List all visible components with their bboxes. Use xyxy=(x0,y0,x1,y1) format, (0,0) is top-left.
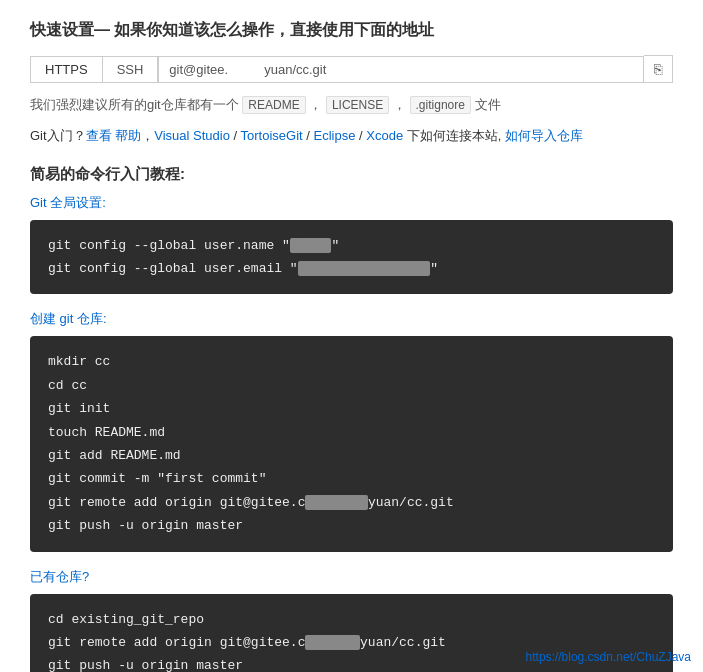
license-tag: LICENSE xyxy=(326,96,389,114)
help-link[interactable]: 查看 帮助 xyxy=(86,128,142,143)
recommendation-text: 我们强烈建议所有的git仓库都有一个 README ， LICENSE ， .g… xyxy=(30,95,673,116)
tutorial-title: 简易的命令行入门教程: xyxy=(30,165,673,184)
username-masked: 用 笔 xyxy=(290,238,332,253)
global-setup-code: git config --global user.name "用 笔" git … xyxy=(30,220,673,295)
quick-setup-title: 快速设置— 如果你知道该怎么操作，直接使用下面的地址 xyxy=(30,20,673,41)
visual-studio-link[interactable]: Visual Studio xyxy=(154,128,230,143)
bottom-link[interactable]: https://blog.csdn.net/ChuZJava xyxy=(526,650,691,664)
create-repo-label: 创建 git 仓库: xyxy=(30,310,673,328)
recommendation-suffix: 文件 xyxy=(475,97,501,112)
existing-repo-label: 已有仓库? xyxy=(30,568,673,586)
readme-tag: README xyxy=(242,96,305,114)
copy-icon: ⎘ xyxy=(654,61,662,77)
protocol-bar: HTTPS SSH ⎘ xyxy=(30,55,673,83)
ssh-button[interactable]: SSH xyxy=(102,56,159,83)
xcode-link[interactable]: Xcode xyxy=(366,128,403,143)
gitignore-tag: .gitignore xyxy=(410,96,471,114)
create-repo-code: mkdir cc cd cc git init touch README.md … xyxy=(30,336,673,551)
copy-button[interactable]: ⎘ xyxy=(644,55,673,83)
tortoisegit-link[interactable]: TortoiseGit xyxy=(241,128,303,143)
git-intro-prefix: Git入门？ xyxy=(30,128,86,143)
email-masked: 2370 qq.com xyxy=(298,261,431,276)
import-repo-link[interactable]: 如何导入仓库 xyxy=(505,128,583,143)
git-url-input[interactable] xyxy=(158,56,644,83)
recommendation-prefix: 我们强烈建议所有的git仓库都有一个 xyxy=(30,97,239,112)
global-setup-label: Git 全局设置: xyxy=(30,194,673,212)
main-container: 快速设置— 如果你知道该怎么操作，直接使用下面的地址 HTTPS SSH ⎘ 我… xyxy=(0,0,703,672)
https-button[interactable]: HTTPS xyxy=(30,56,102,83)
intro-links: Git入门？查看 帮助，Visual Studio / TortoiseGit … xyxy=(30,126,673,147)
eclipse-link[interactable]: Eclipse xyxy=(314,128,356,143)
